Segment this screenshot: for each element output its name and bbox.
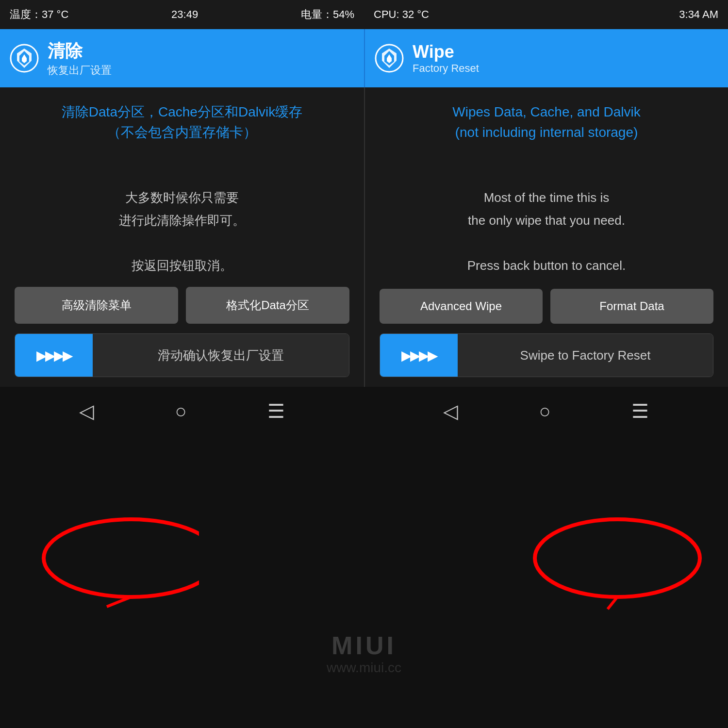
left-swipe-label: 滑动确认恢复出厂设置 — [93, 334, 349, 377]
right-cpu: CPU: 32 °C — [374, 8, 429, 21]
svg-point-4 — [535, 519, 700, 597]
left-buttons-row: 高级清除菜单 格式化Data分区 — [15, 277, 349, 333]
left-description: 清除Data分区，Cache分区和Dalvik缓存 （不会包含内置存储卡） — [15, 102, 349, 143]
left-title-sub: 恢复出厂设置 — [48, 63, 112, 78]
right-body-text: Most of the time this is the only wipe t… — [380, 186, 713, 279]
watermark-url: www.miui.cc — [327, 660, 401, 676]
red-circle-left — [0, 514, 199, 612]
advanced-wipe-menu-button[interactable]: 高级清除菜单 — [15, 287, 178, 324]
nav-bar-right: ◁ ○ ☰ — [364, 387, 728, 435]
status-bar-right: CPU: 32 °C 3:34 AM — [364, 0, 728, 29]
left-swipe-bar[interactable]: ▶▶▶▶ 滑动确认恢复出厂设置 — [15, 333, 349, 377]
nav-bars: ◁ ○ ☰ ◁ ○ ☰ — [0, 387, 728, 435]
left-panel: 清除Data分区，Cache分区和Dalvik缓存 （不会包含内置存储卡） 大多… — [0, 87, 364, 387]
menu-button-left[interactable]: ☰ — [267, 400, 285, 422]
format-data-button[interactable]: Format Data — [550, 289, 713, 324]
format-data-partition-button[interactable]: 格式化Data分区 — [186, 287, 349, 324]
title-bar-left: 清除 恢复出厂设置 — [0, 29, 364, 87]
right-desc-line2: (not including internal storage) — [455, 125, 638, 140]
status-bars: 温度：37 °C 23:49 电量：54% CPU: 32 °C 3:34 AM — [0, 0, 728, 29]
home-button-right[interactable]: ○ — [539, 400, 550, 422]
right-desc-line1: Wipes Data, Cache, and Dalvik — [452, 104, 641, 119]
watermark-area: MIUI www.miui.cc — [327, 631, 401, 676]
left-body-text: 大多数时候你只需要 进行此清除操作即可。 按返回按钮取消。 — [15, 186, 349, 277]
menu-button-right[interactable]: ☰ — [631, 400, 649, 422]
svg-line-5 — [608, 597, 617, 609]
left-body-line4: 按返回按钮取消。 — [132, 258, 232, 273]
right-body-line4: Press back button to cancel. — [467, 258, 626, 273]
svg-point-2 — [44, 519, 199, 597]
left-body-line1: 大多数时候你只需要 — [125, 190, 239, 205]
left-desc-line1: 清除Data分区，Cache分区和Dalvik缓存 — [62, 104, 302, 119]
status-bar-left: 温度：37 °C 23:49 电量：54% — [0, 0, 364, 29]
right-buttons-row: Advanced Wipe Format Data — [380, 279, 713, 333]
twrp-icon-left — [10, 44, 39, 73]
left-title-main: 清除 — [48, 39, 112, 63]
twrp-icon-right — [375, 44, 404, 73]
left-body-line2: 进行此清除操作即可。 — [119, 213, 245, 228]
back-button-right[interactable]: ◁ — [443, 400, 458, 422]
left-time: 23:49 — [171, 8, 198, 21]
right-body-line2: the only wipe that you need. — [468, 213, 625, 228]
left-temp: 温度：37 °C — [10, 7, 68, 22]
right-panel: Wipes Data, Cache, and Dalvik (not inclu… — [364, 87, 728, 387]
left-swipe-arrows-icon: ▶▶▶▶ — [15, 334, 93, 377]
svg-line-3 — [107, 597, 131, 607]
right-title-group: Wipe Factory Reset — [413, 42, 479, 75]
right-title-main: Wipe — [413, 42, 479, 62]
main-content: 清除Data分区，Cache分区和Dalvik缓存 （不会包含内置存储卡） 大多… — [0, 87, 728, 387]
right-swipe-arrows-icon: ▶▶▶▶ — [380, 334, 458, 377]
back-button-left[interactable]: ◁ — [79, 400, 94, 422]
nav-bar-left: ◁ ○ ☰ — [0, 387, 364, 435]
left-desc-line2: （不会包含内置存储卡） — [107, 125, 257, 140]
advanced-wipe-button[interactable]: Advanced Wipe — [380, 289, 543, 324]
left-title-group: 清除 恢复出厂设置 — [48, 39, 112, 78]
right-body-line1: Most of the time this is — [484, 190, 610, 205]
red-circle-right — [525, 514, 728, 612]
right-swipe-label: Swipe to Factory Reset — [458, 334, 713, 377]
left-battery: 电量：54% — [301, 7, 354, 22]
title-bar-right: Wipe Factory Reset — [364, 29, 728, 87]
right-swipe-bar[interactable]: ▶▶▶▶ Swipe to Factory Reset — [380, 333, 713, 377]
watermark-miui: MIUI — [327, 631, 401, 660]
right-description: Wipes Data, Cache, and Dalvik (not inclu… — [380, 102, 713, 143]
title-bars: 清除 恢复出厂设置 Wipe Factory Reset — [0, 29, 728, 87]
right-time: 3:34 AM — [679, 8, 718, 21]
right-title-sub: Factory Reset — [413, 62, 479, 75]
home-button-left[interactable]: ○ — [175, 400, 186, 422]
